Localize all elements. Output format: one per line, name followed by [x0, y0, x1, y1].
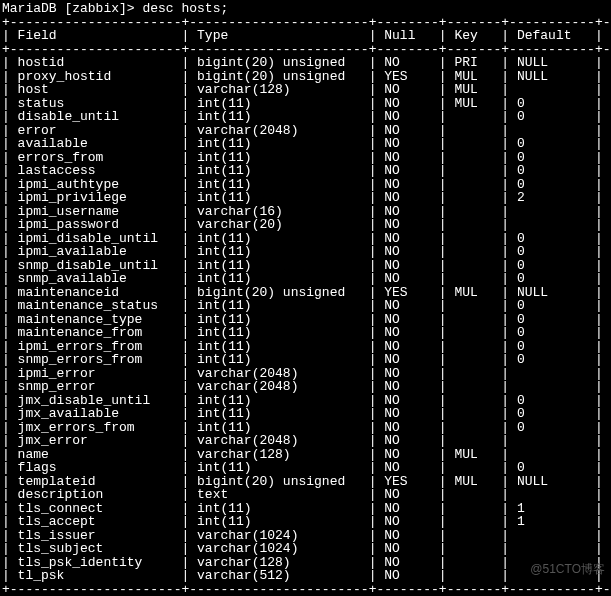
- table-body: | hostid | bigint(20) unsigned | NO | PR…: [2, 55, 611, 583]
- terminal-output: MariaDB [zabbix]> desc hosts; +---------…: [0, 0, 611, 596]
- table-border-bottom: +----------------------+----------------…: [2, 582, 611, 597]
